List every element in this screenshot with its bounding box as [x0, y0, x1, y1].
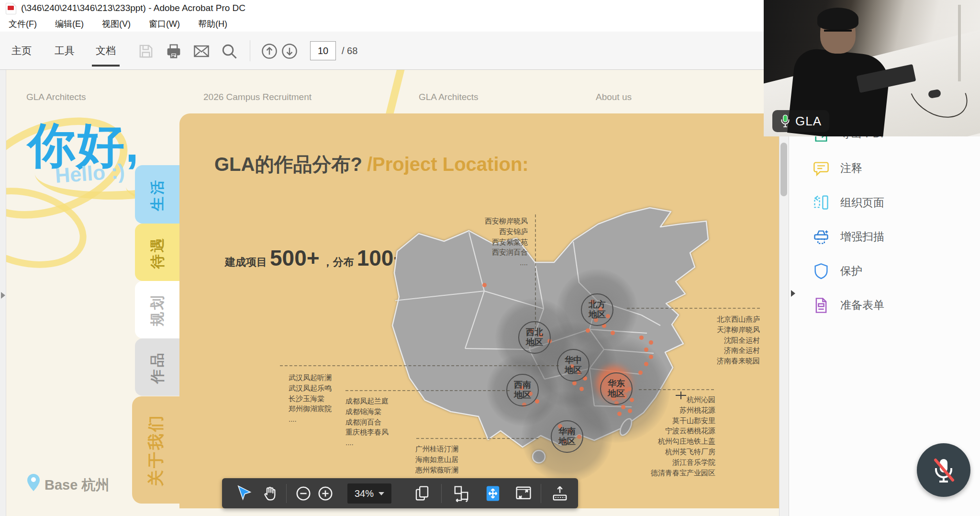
project-dot	[579, 387, 584, 391]
active-tab-underline	[92, 65, 120, 67]
page-number-input[interactable]	[310, 41, 336, 60]
person-hair	[817, 8, 858, 30]
chevron-down-icon	[379, 492, 384, 495]
zoom-level-select[interactable]: 34%	[347, 483, 391, 504]
mouse-cursor	[676, 392, 686, 399]
project-dot	[639, 336, 644, 340]
save-icon[interactable]	[138, 43, 154, 59]
mic-muted-button[interactable]	[917, 443, 970, 497]
next-page-icon[interactable]	[281, 43, 298, 59]
copy-pages-icon[interactable]	[413, 485, 431, 502]
tool-protect[interactable]: 保护	[789, 254, 980, 289]
presenter-keyboard-icon[interactable]	[551, 485, 568, 502]
region-south: 华南地区	[551, 420, 583, 453]
toolbar-divider	[250, 40, 250, 61]
person-glasses	[824, 30, 852, 36]
tool-prepare-form[interactable]: 准备表单	[789, 288, 980, 323]
select-tool-icon[interactable]	[235, 485, 253, 502]
region-northwest: 西北地区	[518, 321, 551, 354]
region-southwest: 西南地区	[506, 374, 539, 406]
menu-edit[interactable]: 编辑(E)	[52, 17, 87, 31]
connector-line	[627, 308, 760, 309]
tab-home[interactable]: 主页	[7, 44, 36, 57]
menu-view[interactable]: 视图(V)	[99, 17, 134, 31]
zoom-in-icon[interactable]	[317, 485, 334, 502]
tab-tools[interactable]: 工具	[50, 44, 79, 57]
slide-tab-works: 作品	[135, 338, 179, 396]
menu-window[interactable]: 窗口(W)	[146, 17, 183, 31]
connector-line	[280, 365, 559, 366]
slide-tab-life: 生活	[135, 165, 179, 224]
project-dot	[611, 331, 615, 335]
print-icon[interactable]	[166, 43, 182, 59]
toolbar-divider	[541, 484, 541, 503]
project-dot	[572, 381, 577, 385]
protect-icon	[813, 262, 830, 280]
vertical-scrollbar[interactable]	[779, 70, 789, 516]
left-pane-toggle-icon[interactable]	[1, 292, 5, 299]
project-dot	[535, 399, 539, 404]
window-title: (\346\240\241\346\213\233ppt) - Adobe Ac…	[21, 3, 245, 13]
base-city-label: Base 杭州	[45, 476, 109, 495]
menu-file[interactable]: 文件(F)	[6, 17, 40, 31]
menu-help[interactable]: 帮助(H)	[195, 17, 230, 31]
region-central: 华中地区	[557, 349, 590, 381]
connector-line	[639, 389, 714, 390]
tab-document[interactable]: 文档	[91, 44, 120, 57]
project-list-hangzhou: 杭州沁园苏州桃花源莫干山郡安里宁波云栖桃花源杭州勾庄地铁上盖杭州英飞特厂房浙江音…	[620, 394, 715, 478]
page-total: / 68	[342, 45, 357, 56]
slide-header-recruitment: 2026 Campus Recruitment	[203, 92, 312, 102]
project-dot	[586, 328, 590, 333]
slide-header-center: GLA Architects	[419, 92, 479, 102]
fit-page-icon[interactable]	[484, 485, 501, 502]
project-dot	[649, 340, 653, 345]
project-list-chengdu: 成都凤起兰庭成都锦海棠成都润百合重庆桃李春风....	[345, 396, 451, 448]
project-dot	[482, 283, 487, 287]
tool-enhance-scans[interactable]: 增强扫描	[789, 220, 980, 254]
slide-header-left: GLA Architects	[26, 92, 86, 102]
tool-organize-pages[interactable]: 组织页面	[789, 185, 980, 220]
project-list-beijing: 北京西山燕庐天津柳岸晓风沈阳全运村济南全运村济南春来晓园	[664, 314, 760, 366]
participant-name: GLA	[795, 114, 822, 129]
search-icon[interactable]	[221, 43, 237, 59]
previous-page-icon[interactable]	[261, 43, 278, 59]
project-list-guangzhou: 广州桂语汀澜海南如意山居惠州紫薇听澜	[415, 444, 521, 475]
pdf-page: GLA Architects 2026 Campus Recruitment G…	[6, 70, 779, 516]
project-dot	[638, 370, 643, 375]
toolbar-divider	[286, 484, 287, 503]
location-pin-icon	[26, 473, 41, 488]
email-icon[interactable]	[193, 43, 210, 59]
app-window: (\346\240\241\346\213\233ppt) - Adobe Ac…	[0, 0, 980, 516]
mic-active-icon	[780, 114, 791, 128]
participant-name-badge: GLA	[772, 110, 829, 132]
mic-muted-icon	[929, 455, 958, 485]
pdf-app-icon	[6, 3, 16, 14]
prepare-form-icon	[813, 297, 830, 314]
mic-stand	[958, 5, 961, 81]
fullscreen-icon[interactable]	[515, 485, 532, 502]
project-dot	[649, 355, 653, 359]
project-list-xian: 西安柳岸晓风西安锦庐西安紫棠苑西安润百合....	[432, 216, 528, 268]
slide-header-about: About us	[596, 92, 632, 102]
slide-title: GLA的作品分布?/Project Location:	[214, 151, 529, 178]
enhance-scans-icon	[813, 228, 830, 246]
slide-tab-about-us: 关于我们	[132, 396, 180, 504]
tool-comment[interactable]: 注释	[789, 151, 980, 186]
region-north: 北方地区	[581, 293, 613, 326]
viewer-toolbar: 34%	[222, 478, 578, 508]
organize-pages-icon	[813, 194, 830, 211]
slide-tab-plan: 规划	[135, 281, 179, 338]
greeting-english: Hello :)	[54, 159, 125, 188]
scrollbar-thumb[interactable]	[780, 143, 787, 196]
toolbar-divider	[441, 484, 442, 503]
comment-icon	[813, 160, 830, 177]
hand-tool-icon[interactable]	[261, 485, 278, 502]
project-dot	[644, 362, 648, 366]
connector-line	[535, 214, 536, 329]
zoom-out-icon[interactable]	[295, 485, 312, 502]
slide-tab-benefits: 待遇	[135, 224, 179, 281]
page-width-icon[interactable]	[453, 485, 470, 502]
project-dot	[644, 348, 648, 352]
